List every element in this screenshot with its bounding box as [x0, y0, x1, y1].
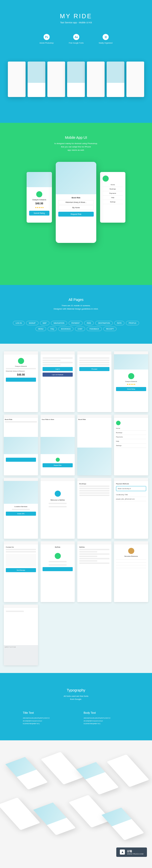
avatar-icon: [128, 373, 134, 379]
tag: RATE: [114, 321, 124, 325]
tag: PAYMENT: [69, 321, 83, 325]
layers-icon: ☰: [102, 34, 109, 40]
phone-preview: [87, 62, 104, 97]
phone-preview: [67, 62, 85, 97]
avatar-icon: [56, 458, 60, 462]
watermark: 云瑞 WWW.YRUCD.COM: [116, 847, 147, 857]
hero-section: MY RIDE Taxi Service app - Mobile UI Kit…: [0, 0, 152, 123]
screen-rating: Gwayne Edwards★★★★★Submit Rating: [114, 351, 148, 412]
screen-rate: Gwayne EdwardsHistorical Library & Museu…: [4, 351, 38, 412]
title-text-col: Title Text ABCDEFGHIJKLMNOPQRSTUVWXYZ ab…: [23, 711, 68, 725]
fonts-icon: Aa: [73, 34, 79, 40]
section-desc: All fonts used are free fonts from Googl…: [10, 695, 142, 701]
star-rating: ★★★★★: [29, 207, 50, 209]
tag: RIDE: [84, 321, 94, 325]
tag: BOOKINGS: [58, 327, 73, 331]
screen-about: MyRide: [40, 541, 75, 602]
tag: LOG IN: [13, 321, 25, 325]
avatar-icon: [36, 191, 42, 197]
screen-faq: MyRide: [77, 541, 112, 602]
phone-nav: Home Bookings Payments Help Settings: [100, 172, 125, 223]
tag: FEEDBACK: [87, 327, 102, 331]
screen-menu: HomeBookingsPaymentsHelpSettings: [114, 414, 148, 475]
iso-phone: [69, 795, 111, 828]
screen-driver: Veronica Simmons: [114, 541, 148, 602]
screen-welcome: Welcome to MyRide: [40, 478, 75, 539]
request-ride-button: Request Ride: [58, 212, 94, 217]
iso-phone: [33, 802, 76, 835]
section-desc: There are 21 mobile UI screens. Designed…: [8, 304, 144, 311]
screen-location: Location ServicesEnable GPS: [4, 478, 38, 539]
feature-row: PsAdobe Photoshop AaFree Google Fonts ☰N…: [5, 34, 147, 44]
tag: SIGNUP: [26, 321, 38, 325]
tag-list: LOG IN SIGNUP MAP NAVIGATION PAYMENT RID…: [8, 321, 144, 331]
screen-login: Log InLog in via Facebook: [40, 351, 75, 412]
screens-grid: Gwayne EdwardsHistorical Library & Museu…: [0, 344, 152, 673]
logo-icon: [55, 553, 61, 559]
body-text-col: Body Text ABCDEFGHIJKLMNOPQRSTUVWXYZ abc…: [84, 711, 129, 725]
screen-payment: Payment MethodsMaster Card Ending 12Card…: [114, 478, 148, 539]
tag: RECEIPT: [103, 327, 117, 331]
star-rating: ★★★★★: [116, 383, 146, 385]
feature-organized: ☰Neatly Organized: [99, 34, 113, 44]
phone-preview: [126, 62, 144, 97]
all-pages-section: All Pages There are 21 mobile UI screens…: [0, 285, 152, 344]
tag: CHAT: [75, 327, 85, 331]
tag: DESTINATION: [95, 321, 113, 325]
typography-section: Typography All fonts used are free fonts…: [0, 673, 152, 740]
hero-title: MY RIDE: [5, 13, 147, 20]
section-desc: Is designed mainly for Android using Pho…: [8, 142, 144, 152]
screen-bookride: Book Ride: [4, 414, 38, 475]
mobile-ui-section: Mobile App UI Is designed mainly for And…: [0, 123, 152, 285]
iso-phone: [5, 757, 48, 789]
phone-preview: [8, 62, 26, 97]
avatar-icon: [128, 548, 134, 554]
iso-phone: [0, 797, 40, 830]
screen-map: Book Ride: [77, 414, 112, 475]
phones-showcase: Gwayne Edwards$48.98★★★★★Submit Rating B…: [8, 162, 144, 243]
hero-subtitle: Taxi Service app - Mobile UI Kit: [5, 21, 147, 24]
screen-contact: Contact UsSend Message: [4, 541, 38, 602]
watermark-icon: [120, 849, 125, 855]
phone-preview: [107, 62, 124, 97]
tag: NAVIGATION: [51, 321, 67, 325]
avatar-icon: [116, 421, 121, 425]
iso-phone: [101, 807, 144, 840]
tag: PROFILE: [126, 321, 139, 325]
keyboard: qwertyuiop: [4, 645, 38, 665]
showcase-section: 云瑞 WWW.YRUCD.COM: [0, 740, 152, 862]
feature-photoshop: PsAdobe Photoshop: [39, 34, 54, 44]
feature-fonts: AaFree Google Fonts: [69, 34, 84, 44]
phone-preview: [28, 62, 45, 97]
section-title: Mobile App UI: [8, 135, 144, 140]
hero-phones: [5, 62, 147, 97]
photoshop-icon: Ps: [43, 34, 50, 40]
logo-icon: [55, 491, 61, 497]
section-title: Typography: [10, 688, 142, 692]
screen-bookings: Bookings: [77, 478, 112, 539]
phone-profile: Gwayne Edwards$48.98★★★★★Submit Rating: [27, 172, 52, 223]
tag: MENU: [35, 327, 47, 331]
phone-main: Book Ride Historical Library & Muse... M…: [56, 162, 96, 243]
avatar-icon: [18, 358, 24, 364]
tag: FAQ: [48, 327, 57, 331]
phone-preview: [48, 62, 65, 97]
screen-chat: qwertyuiop: [4, 604, 38, 665]
screen-yourride: Your Ride is HereRequest Ride: [40, 414, 75, 475]
tag: MAP: [40, 321, 50, 325]
section-title: All Pages: [8, 298, 144, 302]
avatar-icon: [102, 176, 109, 182]
iso-phone: [41, 752, 83, 784]
screen-signup: Proceed: [77, 351, 112, 412]
